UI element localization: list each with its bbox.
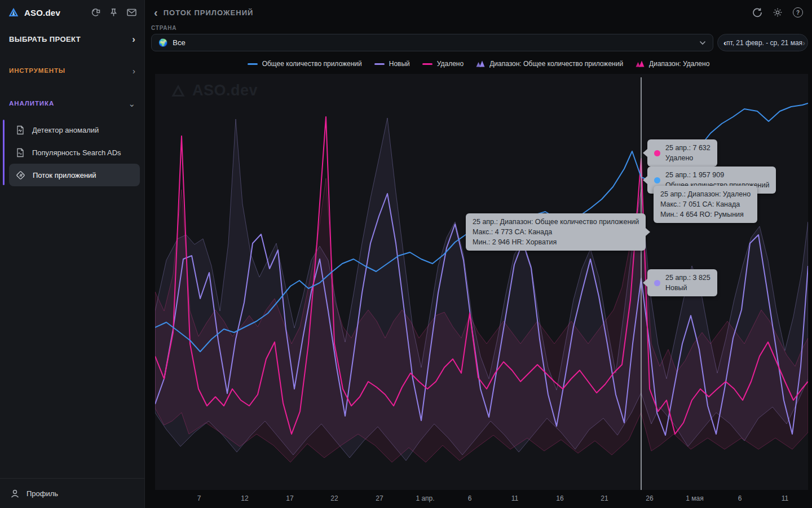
x-tick-label: 16 — [556, 494, 563, 502]
x-tick-label: 6 — [738, 494, 742, 502]
refresh-button[interactable] — [752, 7, 762, 17]
legend-range-icon — [636, 60, 645, 67]
sidebar-item-anomaly-detector[interactable]: Детектор аномалий — [9, 119, 140, 141]
tooltip-line: Мин.: 2 946 HR: Хорватия — [473, 237, 639, 247]
x-tick-label: 1 апр. — [416, 494, 434, 502]
legend-deleted[interactable]: Удалено — [422, 60, 464, 68]
tooltip-line: 25 апр.: 1 957 909 — [665, 170, 769, 180]
legend-label: Диапазон: Удалено — [649, 60, 709, 68]
profile-label: Профиль — [27, 489, 58, 498]
legend-range-total[interactable]: Диапазон: Общее количество приложений — [476, 60, 623, 68]
tooltip-new: 25 апр.: 3 825Новый — [647, 269, 717, 296]
logo-triangle-icon — [8, 7, 19, 18]
legend-line-swatch — [422, 63, 433, 65]
chart-legend: Общее количество приложенийНовыйУдаленоД… — [145, 56, 812, 71]
back-button[interactable]: ‹ — [154, 7, 158, 18]
x-tick-label: 21 — [601, 494, 608, 502]
sidebar-item-label: Популярность Search ADs — [32, 148, 121, 157]
x-tick-label: 27 — [376, 494, 383, 502]
legend-new[interactable]: Новый — [374, 60, 410, 68]
chevron-right-icon: › — [133, 67, 135, 75]
active-section-accent-bar — [3, 120, 5, 185]
tooltip-line: Макс.: 7 051 CA: Канада — [660, 199, 751, 209]
chevron-down-icon — [699, 41, 706, 45]
country-select[interactable]: 🌍 Все — [151, 34, 713, 51]
flow-share-icon[interactable] — [91, 8, 100, 17]
sidebar-item-label: Детектор аномалий — [32, 126, 99, 134]
legend-line-swatch — [248, 63, 258, 65]
sidebar: ASO.dev — [0, 0, 145, 508]
tooltip-range-total: 25 апр.: Диапазон: Общее количество прил… — [466, 213, 646, 251]
series-dot — [654, 150, 660, 156]
legend-label: Диапазон: Общее количество приложений — [489, 60, 623, 68]
document-wave-icon — [16, 148, 25, 157]
chevron-down-icon: ⌄ — [128, 99, 135, 108]
chevron-right-icon: › — [132, 34, 135, 44]
legend-range-deleted[interactable]: Диапазон: Удалено — [636, 60, 709, 68]
select-project-label: ВЫБРАТЬ ПРОЕКТ — [9, 35, 81, 43]
legend-range-icon — [476, 60, 485, 67]
tooltip-arrow — [646, 228, 650, 236]
tooltip-line: 25 апр.: 3 825 — [665, 273, 710, 283]
app-logo[interactable]: ASO.dev — [8, 7, 91, 18]
x-tick-label: 11 — [782, 494, 788, 502]
app-name: ASO.dev — [24, 8, 60, 17]
series-dot — [654, 280, 660, 286]
section-tools[interactable]: ИНСТРУМЕНТЫ › — [0, 61, 144, 80]
question-mark-icon: ? — [793, 7, 803, 17]
sidebar-item-label: Поток приложений — [33, 171, 96, 179]
date-range-picker[interactable]: ‹ пт, 21 февр. - ср, 21 мая › — [717, 34, 808, 51]
tooltip-arrow — [643, 176, 647, 184]
x-tick-label: 7 — [197, 494, 201, 502]
x-tick-label: 22 — [330, 494, 338, 502]
help-button[interactable]: ? — [793, 7, 803, 17]
pin-icon[interactable] — [109, 8, 118, 17]
x-tick-label: 11 — [511, 494, 518, 502]
app-flow-chart-panel[interactable]: ASO.dev 25 апр.: 7 632Удалено25 апр.: 1 … — [155, 74, 808, 490]
analytics-submenu: Детектор аномалий Популярность Search AD… — [0, 119, 144, 186]
select-project-button[interactable]: ВЫБРАТЬ ПРОЕКТ › — [0, 29, 144, 49]
x-tick-label: 26 — [646, 494, 653, 502]
page-title: ПОТОК ПРИЛОЖЕНИЙ — [164, 8, 254, 17]
x-tick-label: 1 мая — [686, 494, 703, 502]
date-range-value: пт, 21 февр. - ср, 21 мая — [726, 39, 802, 47]
tooltip-deleted: 25 апр.: 7 632Удалено — [647, 139, 717, 167]
country-select-value: Все — [173, 38, 699, 47]
sidebar-item-search-ads-popularity[interactable]: Популярность Search ADs — [9, 141, 140, 164]
tools-label: ИНСТРУМЕНТЫ — [9, 67, 65, 74]
tooltip-arrow — [643, 149, 647, 157]
legend-label: Общее количество приложений — [262, 60, 362, 68]
profile-button[interactable]: Профиль — [0, 478, 144, 508]
aso-dev-app: ASO.dev — [0, 0, 812, 508]
tooltip-line: Новый — [665, 283, 710, 293]
legend-label: Новый — [389, 60, 410, 68]
series-dot — [654, 177, 660, 183]
date-next-button[interactable]: › — [802, 38, 805, 47]
x-tick-label: 17 — [286, 494, 293, 502]
sidebar-header: ASO.dev — [0, 0, 144, 25]
legend-label: Удалено — [437, 60, 464, 68]
x-tick-label: 12 — [241, 494, 248, 502]
legend-line-swatch — [374, 63, 385, 65]
legend-total[interactable]: Общее количество приложений — [248, 60, 362, 68]
person-icon — [10, 489, 20, 498]
document-pulse-icon — [16, 125, 25, 135]
globe-icon: 🌍 — [158, 38, 167, 47]
mail-icon[interactable] — [127, 8, 136, 16]
section-analytics[interactable]: АНАЛИТИКА ⌄ — [0, 94, 144, 113]
tooltip-line: Удалено — [665, 153, 710, 163]
x-axis: 7121722271 апр.6111621261 мая611 — [155, 490, 808, 507]
tooltip-line: Макс.: 4 773 CA: Канада — [473, 227, 639, 237]
country-field-label: СТРАНА — [151, 25, 176, 31]
tooltip-line: 25 апр.: 7 632 — [665, 143, 710, 153]
tooltip-line: 25 апр.: Диапазон: Удалено — [660, 189, 751, 199]
analytics-label: АНАЛИТИКА — [9, 100, 54, 107]
settings-button[interactable] — [773, 7, 783, 17]
topbar: ‹ ПОТОК ПРИЛОЖЕНИЙ ? — [145, 0, 812, 25]
app-flow-icon — [16, 170, 25, 180]
tooltip-arrow — [643, 279, 647, 287]
tooltip-line: Мин.: 4 654 RO: Румыния — [660, 209, 751, 220]
tooltip-range-deleted: 25 апр.: Диапазон: УдаленоМакс.: 7 051 C… — [654, 186, 757, 223]
x-tick-label: 6 — [468, 494, 472, 502]
sidebar-item-app-flow[interactable]: Поток приложений — [9, 164, 140, 186]
